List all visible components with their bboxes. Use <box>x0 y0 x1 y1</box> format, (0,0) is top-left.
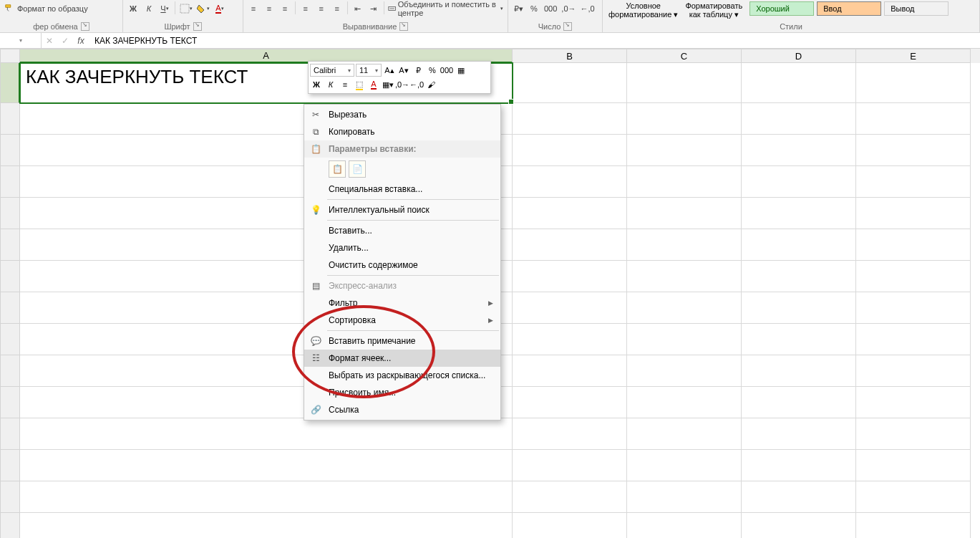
cell[interactable] <box>742 387 856 418</box>
clipboard-dialog-launcher-icon[interactable] <box>81 22 89 31</box>
menu-pick-from-list[interactable]: Выбрать из раскрывающегося списка... <box>304 367 500 384</box>
paste-option-default[interactable]: 📋 <box>329 160 346 178</box>
cell[interactable] <box>742 166 856 198</box>
row-header[interactable] <box>0 229 20 261</box>
insert-function-icon[interactable]: fx <box>73 33 89 49</box>
mini-fill-icon[interactable]: ⬚ <box>353 78 366 91</box>
conditional-formatting-button[interactable]: Условное форматирование ▾ <box>606 1 681 19</box>
cell[interactable] <box>513 387 627 418</box>
mini-format-painter-icon[interactable]: 🖌 <box>424 78 437 91</box>
mini-bold-icon[interactable]: Ж <box>310 78 323 91</box>
menu-hyperlink[interactable]: 🔗 Ссылка <box>304 401 500 418</box>
formula-input[interactable]: КАК ЗАЧЕРКНУТЬ ТЕКСТ <box>89 36 980 46</box>
cell[interactable] <box>627 103 742 135</box>
number-dialog-launcher-icon[interactable] <box>563 22 572 31</box>
row-header-1[interactable] <box>0 63 20 103</box>
cell[interactable] <box>742 481 856 513</box>
italic-button[interactable]: К <box>142 1 156 16</box>
cell[interactable] <box>627 418 742 450</box>
align-left-button[interactable]: ≡ <box>299 1 313 16</box>
cell[interactable] <box>513 481 627 513</box>
comma-icon[interactable]: 000 <box>440 64 453 77</box>
menu-smart-lookup[interactable]: 💡 Интеллектуальный поиск <box>304 201 500 218</box>
decrease-indent-button[interactable]: ⇤ <box>351 1 365 16</box>
cell[interactable] <box>513 513 627 538</box>
cell-style-output[interactable]: Вывод <box>884 1 949 16</box>
cell[interactable] <box>627 513 742 538</box>
menu-paste-special[interactable]: Специальная вставка... <box>304 181 500 198</box>
row-header[interactable] <box>0 198 20 229</box>
bold-button[interactable]: Ж <box>126 1 140 16</box>
cell[interactable] <box>627 387 742 418</box>
cell-style-input[interactable]: Ввод <box>817 1 881 16</box>
cell[interactable] <box>742 103 856 135</box>
cell[interactable] <box>513 103 627 135</box>
percent-icon[interactable]: % <box>426 64 439 77</box>
menu-clear-contents[interactable]: Очистить содержимое <box>304 256 500 274</box>
row-header[interactable] <box>0 103 20 135</box>
cell[interactable] <box>742 292 856 324</box>
row-header[interactable] <box>0 513 20 538</box>
cell[interactable] <box>742 450 856 481</box>
cell[interactable] <box>856 229 971 261</box>
column-header-e[interactable]: E <box>856 49 971 63</box>
cell[interactable] <box>856 481 971 513</box>
cell[interactable] <box>627 229 742 261</box>
mini-dec-decimal-icon[interactable]: ←,0 <box>410 78 423 91</box>
cell[interactable] <box>627 292 742 324</box>
cell[interactable] <box>742 229 856 261</box>
mini-align-icon[interactable]: ≡ <box>339 78 351 91</box>
cell[interactable] <box>856 166 971 198</box>
cell[interactable] <box>856 135 971 166</box>
cell[interactable] <box>513 418 627 450</box>
cell[interactable] <box>856 387 971 418</box>
cell[interactable] <box>513 261 627 292</box>
cell[interactable] <box>627 355 742 387</box>
cell[interactable] <box>20 450 513 481</box>
mini-italic-icon[interactable]: К <box>324 78 337 91</box>
name-box[interactable]: ▾ <box>0 33 42 49</box>
cell-style-good[interactable]: Хороший <box>749 1 814 16</box>
cell[interactable] <box>627 166 742 198</box>
menu-sort[interactable]: Сортировка▶ <box>304 312 500 329</box>
cell[interactable] <box>856 292 971 324</box>
column-header-d[interactable]: D <box>742 49 856 63</box>
cell[interactable] <box>742 513 856 538</box>
cell[interactable] <box>20 513 513 538</box>
cell[interactable] <box>20 481 513 513</box>
mini-inc-decimal-icon[interactable]: ,0→ <box>396 78 409 91</box>
font-dialog-launcher-icon[interactable] <box>193 22 202 31</box>
cell[interactable] <box>856 63 971 103</box>
underline-button[interactable]: Ч▾ <box>157 1 172 16</box>
menu-delete[interactable]: Удалить... <box>304 239 500 256</box>
menu-cut[interactable]: ✂ Вырезать <box>304 106 500 123</box>
row-header[interactable] <box>0 261 20 292</box>
cell[interactable] <box>742 261 856 292</box>
cell[interactable] <box>513 324 627 355</box>
cell[interactable] <box>627 198 742 229</box>
menu-copy[interactable]: ⧉ Копировать <box>304 123 500 140</box>
borders-button[interactable]: ▾ <box>178 1 194 16</box>
fill-color-button[interactable]: ▾ <box>195 1 211 16</box>
cell[interactable] <box>742 418 856 450</box>
cell[interactable] <box>627 135 742 166</box>
cell[interactable] <box>856 324 971 355</box>
cell[interactable] <box>513 135 627 166</box>
row-header[interactable] <box>0 355 20 387</box>
row-header[interactable] <box>0 450 20 481</box>
cell[interactable] <box>513 292 627 324</box>
comma-format-button[interactable]: 000 <box>543 1 558 16</box>
cell[interactable] <box>513 63 627 103</box>
align-right-button[interactable]: ≡ <box>330 1 344 16</box>
cell[interactable] <box>627 63 742 103</box>
row-header[interactable] <box>0 481 20 513</box>
row-header[interactable] <box>0 324 20 355</box>
mini-size-combo[interactable]: 11▾ <box>356 64 382 77</box>
alignment-dialog-launcher-icon[interactable] <box>399 22 408 31</box>
mini-font-color-icon[interactable]: А <box>367 78 380 91</box>
align-center-button[interactable]: ≡ <box>314 1 329 16</box>
cell[interactable] <box>856 355 971 387</box>
font-color-button[interactable]: А▾ <box>213 1 227 16</box>
cell[interactable] <box>742 324 856 355</box>
mini-borders-icon[interactable]: ▦▾ <box>382 78 394 91</box>
